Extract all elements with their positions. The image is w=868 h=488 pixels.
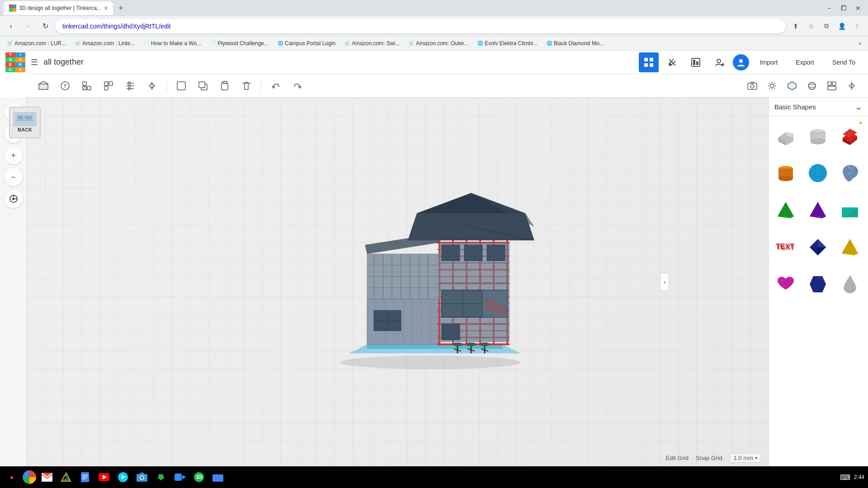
- taskbar-youtube-icon[interactable]: [96, 469, 112, 485]
- send-to-button[interactable]: Send To: [825, 55, 863, 70]
- menu-icon[interactable]: ⋮: [850, 19, 864, 33]
- svg-rect-31: [128, 82, 130, 90]
- taskbar-gmail-icon[interactable]: [39, 469, 55, 485]
- main-content: BACK ⌂ + −: [0, 74, 868, 466]
- taskbar-drive-icon[interactable]: [58, 469, 74, 485]
- shape-cylinder-solid[interactable]: [771, 155, 801, 191]
- edit-grid-label[interactable]: Edit Grid: [666, 455, 689, 461]
- taskbar-docs-icon[interactable]: [77, 469, 93, 485]
- user-add-button[interactable]: [709, 52, 729, 72]
- svg-marker-168: [778, 216, 794, 218]
- bookmark-black-diamond[interactable]: 🌐 Black Diamond Mo...: [543, 39, 608, 47]
- bookmark-amazon3[interactable]: 🛒 Amazon.com: Swi...: [341, 39, 403, 47]
- mirror-button[interactable]: [143, 77, 161, 95]
- align-button[interactable]: [121, 77, 139, 95]
- reload-button[interactable]: ↻: [38, 19, 52, 33]
- cast-icon[interactable]: ⬆: [788, 19, 803, 33]
- shape-gem-blue[interactable]: [803, 229, 833, 265]
- bookmark-evolv[interactable]: 🌐 Evolv Elektra Climbi...: [474, 39, 541, 47]
- build-button[interactable]: [662, 52, 682, 72]
- shape-mystery[interactable]: [835, 155, 865, 191]
- svg-rect-6: [644, 63, 648, 67]
- shape-pyramid-purple[interactable]: [803, 192, 833, 228]
- import-button[interactable]: Import: [753, 55, 785, 70]
- bookmark-how-to[interactable]: 📄 How to Make a Wo...: [140, 39, 205, 47]
- maximize-button[interactable]: ⧠: [837, 2, 850, 14]
- extensions-icon[interactable]: ⧉: [819, 19, 834, 33]
- taskbar-camera-icon[interactable]: [134, 469, 150, 485]
- bookmark-plywood[interactable]: 📄 Plywood Challenge...: [207, 39, 272, 47]
- symmetry-button[interactable]: [843, 77, 861, 95]
- shape-cylinder-hole[interactable]: [803, 118, 833, 154]
- browser-tab[interactable]: 3D design all together | Tinkerca... ×: [4, 1, 113, 15]
- zoom-out-button[interactable]: −: [5, 168, 23, 186]
- header-list-icon[interactable]: ☰: [29, 56, 40, 69]
- shape-wedge-teal[interactable]: [835, 192, 865, 228]
- panel-collapse-button[interactable]: ›: [660, 273, 669, 291]
- bookmark-campus[interactable]: 🌐 Campus Portal Login: [274, 39, 339, 47]
- ungroup-button[interactable]: [99, 77, 118, 95]
- shape-cone-gray[interactable]: [835, 266, 865, 302]
- grid-view-button[interactable]: [639, 52, 659, 72]
- svg-rect-57: [25, 116, 32, 119]
- tab-close-button[interactable]: ×: [104, 5, 108, 12]
- more-tool-button[interactable]: [5, 190, 23, 208]
- profile-icon[interactable]: 👤: [835, 19, 849, 33]
- bookmark-star-icon[interactable]: ☆: [804, 19, 818, 33]
- paste-button[interactable]: [216, 77, 234, 95]
- close-button[interactable]: ✕: [852, 2, 864, 14]
- browser-titlebar: 3D design all together | Tinkerca... × +…: [0, 0, 868, 16]
- svg-rect-206: [212, 474, 223, 482]
- delete-button[interactable]: [237, 77, 255, 95]
- view2-button[interactable]: [803, 77, 821, 95]
- light-button[interactable]: [763, 77, 781, 95]
- new-button[interactable]: [172, 77, 190, 95]
- browser-toolbar: ‹ › ↻ ⬆ ☆ ⧉ 👤 ⋮: [0, 16, 868, 36]
- new-tab-button[interactable]: +: [115, 2, 127, 15]
- canvas-area[interactable]: › Edit Grid Snap Grid 1.0 mm ▾: [27, 98, 769, 466]
- camera-button[interactable]: [743, 77, 761, 95]
- undo-button[interactable]: [267, 77, 285, 95]
- taskbar-keyboard-icon[interactable]: ⌨: [840, 473, 850, 482]
- bookmark-amazon2[interactable]: 🛒 Amazon.com : Linte...: [71, 39, 138, 47]
- notes-button[interactable]: [56, 77, 74, 95]
- minimize-button[interactable]: −: [823, 2, 835, 14]
- workplane-button[interactable]: [34, 77, 52, 95]
- shape-heart-pink[interactable]: [771, 266, 801, 302]
- back-nav-button[interactable]: ‹: [4, 19, 18, 33]
- export-button[interactable]: Export: [788, 55, 821, 70]
- logo-cell-c: C: [5, 67, 15, 72]
- forward-nav-button[interactable]: ›: [21, 19, 35, 33]
- svg-rect-25: [104, 82, 108, 85]
- shape-box-solid[interactable]: ★: [835, 118, 865, 154]
- user-avatar[interactable]: [733, 54, 749, 70]
- shape-pyramid-yellow[interactable]: [835, 229, 865, 265]
- taskbar-zoom-icon[interactable]: [172, 469, 188, 485]
- taskbar-chrome-icon[interactable]: [23, 470, 36, 484]
- back-button[interactable]: BACK: [9, 107, 41, 138]
- taskbar-spotify-icon[interactable]: [191, 469, 207, 485]
- bookmark-amazon4[interactable]: 🛒 Amazon.com: Outer...: [405, 39, 472, 47]
- redo-button[interactable]: [288, 77, 307, 95]
- shape-navy-blue[interactable]: [803, 266, 833, 302]
- shape-pyramid-green[interactable]: [771, 192, 801, 228]
- group-button[interactable]: [78, 77, 96, 95]
- copy-button[interactable]: [194, 77, 212, 95]
- bookmarks-more-button[interactable]: »: [856, 39, 864, 47]
- arrange-button[interactable]: [823, 77, 841, 95]
- view1-button[interactable]: [783, 77, 801, 95]
- tinkercad-logo[interactable]: T I N K E R C A: [5, 52, 25, 72]
- address-bar[interactable]: [55, 19, 786, 33]
- taskbar-play-icon[interactable]: [115, 469, 131, 485]
- panel-dropdown-button[interactable]: ⌄: [855, 101, 863, 112]
- shape-text-3d[interactable]: TEXT TEXT: [771, 229, 801, 265]
- sim-button[interactable]: [686, 52, 706, 72]
- svg-rect-53: [828, 86, 836, 90]
- snap-grid-value[interactable]: 1.0 mm ▾: [730, 453, 761, 463]
- bookmark-amazon1[interactable]: 🛒 Amazon.com : LUR...: [4, 39, 70, 47]
- taskbar-photos-icon[interactable]: [153, 469, 169, 485]
- shape-sphere-solid[interactable]: [803, 155, 833, 191]
- zoom-in-button[interactable]: +: [5, 146, 23, 164]
- taskbar-files-icon[interactable]: [210, 469, 226, 485]
- shape-box-hole[interactable]: [771, 118, 801, 154]
